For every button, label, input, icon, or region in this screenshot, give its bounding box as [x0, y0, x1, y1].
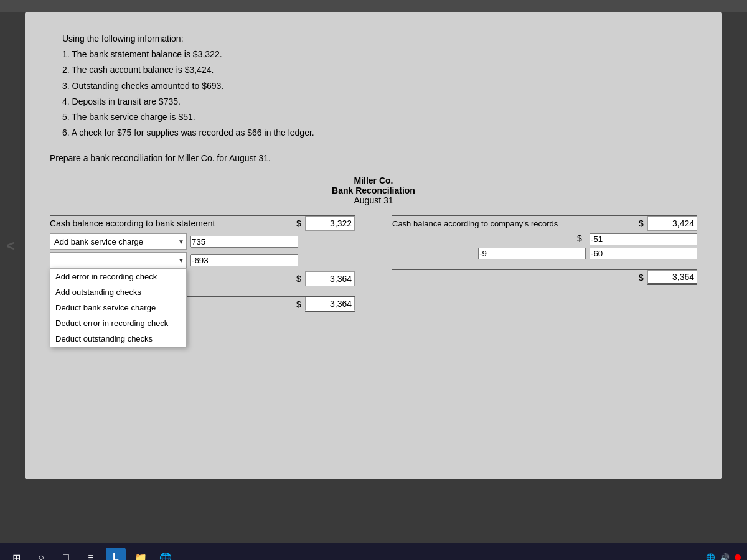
bank-add-input-1[interactable] — [190, 236, 298, 248]
dropdown-1-row: Add bank service charge Add error in rec… — [50, 233, 355, 250]
company-adjusted-dollar: $ — [639, 273, 647, 282]
taskbar-icon-menu[interactable]: ≡ — [81, 548, 101, 560]
bank-subtotal-input[interactable] — [305, 271, 355, 286]
taskbar-icon-l[interactable]: L — [106, 548, 126, 560]
instruction-2: 2. The cash account balance is $3,424. — [62, 62, 697, 78]
company-deduct-row-2 — [392, 248, 697, 259]
instructions-section: Using the following information: 1. The … — [50, 31, 697, 141]
instruction-6: 6. A check for $75 for supplies was reco… — [62, 125, 697, 141]
company-deduct-row-1: $ — [392, 233, 697, 245]
bank-balance-input[interactable] — [305, 216, 355, 231]
taskbar-icon-folder[interactable]: 📁 — [131, 548, 151, 560]
popup-option-5[interactable]: Deduct outstanding checks — [50, 331, 186, 347]
instruction-5: 5. The bank service charge is $51. — [62, 110, 697, 125]
dropdown-1-wrapper[interactable]: Add bank service charge Add error in rec… — [50, 233, 187, 250]
instruction-1: 1. The bank statement balance is $3,322. — [62, 47, 697, 62]
company-balance-dollar: $ — [639, 218, 647, 228]
instructions-list: 1. The bank statement balance is $3,322.… — [50, 47, 697, 141]
company-deduct-input-2[interactable] — [478, 248, 586, 259]
company-balance-label: Cash balance according to company's reco… — [392, 219, 639, 228]
dropdown-1-select[interactable]: Add bank service charge Add error in rec… — [50, 233, 187, 250]
report-date: August 31 — [50, 195, 697, 205]
company-balance-input[interactable] — [647, 216, 697, 231]
screen: < Using the following information: 1. Th… — [0, 12, 747, 560]
popup-option-2[interactable]: Add outstanding checks — [50, 284, 186, 300]
prepare-text: Prepare a bank reconciliation for Miller… — [50, 153, 697, 163]
report-header: Miller Co. Bank Reconciliation August 31 — [50, 175, 697, 205]
company-name: Miller Co. — [50, 175, 697, 185]
bank-balance-row: Cash balance according to bank statement… — [50, 215, 355, 231]
instruction-4: 4. Deposits in transit are $735. — [62, 94, 697, 110]
company-deduct-label-spacer — [392, 233, 573, 245]
dropdown-2-wrapper[interactable]: Add error in recording check Add outstan… — [50, 252, 187, 268]
dropdown-2-row: Add error in recording check Add outstan… — [50, 252, 355, 268]
company-adjusted-input[interactable] — [647, 270, 697, 285]
popup-option-3[interactable]: Deduct bank service charge — [50, 300, 186, 315]
company-deduct-dollar-1: $ — [577, 233, 586, 245]
company-side: Cash balance according to company's reco… — [392, 215, 697, 314]
instruction-3: 3. Outstanding checks amounted to $693. — [62, 78, 697, 94]
task-view-button[interactable]: □ — [56, 548, 76, 560]
bank-balance-dollar: $ — [296, 218, 305, 228]
taskbar-icon-sound: 🔊 — [720, 553, 730, 560]
popup-option-1[interactable]: Add error in recording check — [50, 269, 186, 284]
taskbar-icon-network: 🌐 — [706, 553, 715, 560]
bank-subtotal-dollar: $ — [296, 274, 305, 284]
back-arrow[interactable]: < — [6, 237, 15, 254]
popup-option-4[interactable]: Deduct error in recording check — [50, 315, 186, 331]
instructions-header: Using the following information: — [62, 31, 697, 47]
taskbar: ⊞ ○ □ ≡ L 📁 🌐 🌐 🔊 — [0, 543, 747, 560]
dropdown-2-select[interactable]: Add error in recording check Add outstan… — [50, 252, 187, 268]
company-deduct-input-1[interactable] — [590, 233, 697, 245]
bank-adjusted-input[interactable] — [305, 297, 355, 312]
bank-add-input-2[interactable] — [190, 254, 298, 266]
report-title: Bank Reconciliation — [50, 185, 697, 195]
bank-adjusted-dollar: $ — [296, 299, 305, 309]
company-deduct-input-3[interactable] — [590, 248, 697, 259]
search-button[interactable]: ○ — [31, 548, 51, 560]
bank-balance-label: Cash balance according to bank statement — [50, 218, 296, 228]
bank-side: Cash balance according to bank statement… — [50, 215, 355, 314]
taskbar-icon-browser[interactable]: 🌐 — [156, 548, 176, 560]
start-button[interactable]: ⊞ — [6, 548, 26, 560]
company-adjusted-row: $ — [392, 269, 697, 285]
company-balance-row: Cash balance according to company's reco… — [392, 215, 697, 231]
content-area: < Using the following information: 1. Th… — [25, 12, 722, 479]
taskbar-icon-notification — [735, 554, 741, 560]
dropdown-popup: Add error in recording check Add outstan… — [50, 268, 187, 347]
taskbar-right: 🌐 🔊 — [706, 553, 741, 560]
